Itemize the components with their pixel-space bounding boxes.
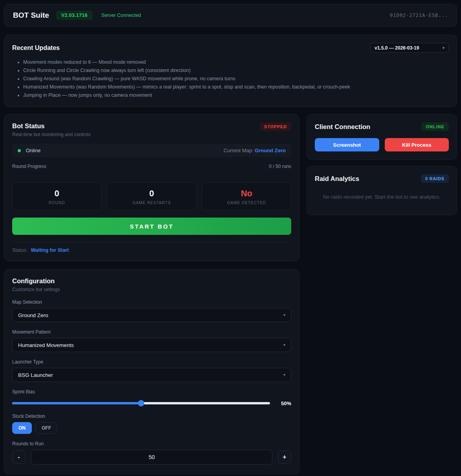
current-map-value: Ground Zero: [255, 148, 286, 153]
update-list: Movement modes reduced to 6 — Mixed mode…: [23, 58, 449, 100]
update-item: Jumping in Place — now jumps only, no ca…: [23, 91, 449, 100]
raid-analytics-title: Raid Analytics: [315, 175, 359, 183]
version-badge: V2.03.1716: [56, 11, 93, 20]
device-id: 01D02-2721A-E5B...: [390, 13, 448, 18]
connection-status-row: Online Current Map: Ground Zero: [12, 144, 291, 157]
launcher-type-value: BSG Launcher: [18, 372, 53, 378]
rounds-decrement-button[interactable]: -: [12, 450, 26, 464]
raid-empty-message: No raids recorded yet. Start the bot to …: [315, 194, 449, 200]
rounds-increment-button[interactable]: +: [278, 450, 291, 464]
stat-round-value: 0: [17, 188, 97, 199]
sprint-bias-label: Sprint Bias: [12, 389, 291, 395]
stuck-detection-off-button[interactable]: OFF: [35, 422, 57, 434]
bot-status-subtitle: Real-time bot monitoring and controls: [12, 132, 90, 137]
server-status-text: Server Connected: [101, 13, 141, 18]
current-map-label: Current Map:: [224, 148, 253, 153]
changelog-version-value: v1.5.0 — 2026-03-19: [375, 45, 419, 51]
chevron-down-icon: ▾: [283, 343, 285, 347]
sprint-bias-value: 50%: [278, 400, 291, 406]
stuck-detection-label: Stuck Detection: [12, 413, 291, 419]
round-progress-bar: [12, 172, 291, 175]
rounds-to-run-label: Rounds to Run: [12, 441, 291, 446]
client-connection-title: Client Connection: [315, 123, 370, 131]
screenshot-button[interactable]: Screenshot: [315, 138, 379, 151]
chevron-down-icon: ▾: [283, 373, 285, 377]
launcher-type-label: Launcher Type: [12, 359, 291, 365]
map-selection-label: Map Selection: [12, 299, 291, 305]
app-title: BOT Suite: [13, 11, 49, 20]
stat-game-detected-value: No: [206, 188, 287, 199]
stat-game-detected: No GAME DETECTED: [202, 183, 291, 210]
kill-process-button[interactable]: Kill Process: [385, 138, 449, 151]
movement-pattern-value: Humanized Movements: [18, 342, 74, 348]
bot-status-title: Bot Status: [12, 122, 90, 130]
movement-pattern-select[interactable]: Humanized Movements ▾: [12, 338, 291, 352]
online-label: Online: [26, 148, 41, 153]
sprint-bias-slider[interactable]: [12, 400, 270, 406]
stuck-detection-on-button[interactable]: ON: [12, 422, 32, 434]
bot-status-panel: Bot Status Real-time bot monitoring and …: [4, 114, 299, 261]
stat-round-label: ROUND: [17, 201, 97, 205]
map-selection-select[interactable]: Ground Zero ▾: [12, 308, 291, 322]
changelog-version-select[interactable]: v1.5.0 — 2026-03-19 ▾: [370, 43, 449, 53]
round-progress-value: 0 / 50 runs: [269, 164, 291, 169]
update-item: Humanized Movements (was Random Movement…: [23, 83, 449, 91]
stat-game-detected-label: GAME DETECTED: [206, 201, 287, 205]
status-label: Status:: [12, 247, 28, 253]
raid-analytics-panel: Raid Analytics 0 RAIDS No raids recorded…: [307, 166, 457, 215]
recent-updates-title: Recent Updates: [12, 44, 60, 52]
sprint-bias-fill: [12, 402, 141, 404]
start-bot-button[interactable]: START BOT: [12, 218, 291, 235]
top-bar: BOT Suite V2.03.1716 Server Connected 01…: [4, 4, 457, 27]
client-connection-panel: Client Connection ONLINE Screenshot Kill…: [307, 114, 457, 160]
status-value: Waiting for Start: [31, 247, 69, 253]
stat-game-restarts: 0 GAME RESTARTS: [107, 183, 196, 210]
update-item: Movement modes reduced to 6 — Mixed mode…: [23, 58, 449, 66]
round-progress-label: Round Progress: [12, 164, 46, 169]
launcher-type-select[interactable]: BSG Launcher ▾: [12, 368, 291, 382]
divider: [12, 242, 291, 242]
chevron-down-icon: ▾: [443, 46, 444, 50]
chevron-down-icon: ▾: [283, 313, 285, 317]
client-online-badge: ONLINE: [421, 122, 449, 131]
stat-round: 0 ROUND: [12, 183, 101, 210]
stat-game-restarts-value: 0: [111, 188, 192, 199]
update-item: Circle Running and Circle Crawling now a…: [23, 66, 449, 75]
map-selection-value: Ground Zero: [18, 312, 48, 318]
stat-game-restarts-label: GAME RESTARTS: [111, 201, 192, 205]
rounds-to-run-input[interactable]: [31, 450, 272, 465]
online-status-dot: [18, 149, 21, 152]
raid-count-badge: 0 RAIDS: [421, 174, 449, 183]
configuration-title: Configuration: [12, 277, 291, 285]
sprint-bias-thumb[interactable]: [138, 400, 144, 406]
recent-updates-panel: Recent Updates v1.5.0 — 2026-03-19 ▾ Mov…: [4, 35, 457, 107]
page: BOT Suite V2.03.1716 Server Connected 01…: [0, 0, 461, 476]
update-item: Crawling Around (was Random Crawling) — …: [23, 75, 449, 83]
configuration-panel: Configuration Customize bot settings Map…: [4, 269, 299, 474]
movement-pattern-label: Movement Pattern: [12, 329, 291, 335]
configuration-subtitle: Customize bot settings: [12, 287, 291, 292]
bot-state-badge: STOPPED: [260, 122, 291, 131]
